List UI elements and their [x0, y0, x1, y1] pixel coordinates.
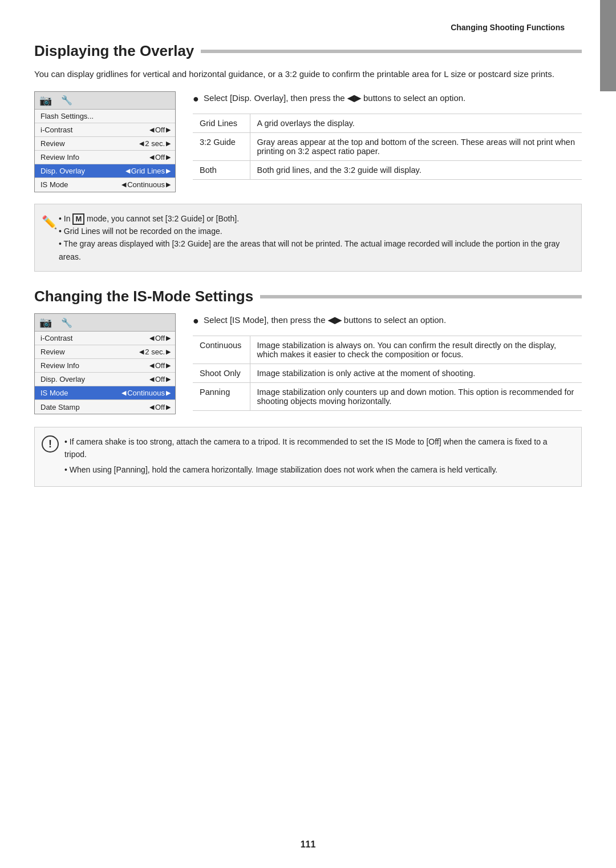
option-desc-gridlines: A grid overlays the display. [250, 114, 582, 132]
section2-content: 📷 🔧 i-Contrast ◀ Off ▶ Review ◀ 2 sec. ▶… [34, 313, 582, 414]
menu2-row-review: Review ◀ 2 sec. ▶ [35, 345, 175, 359]
option-row-both: Both Both grid lines, and the 3:2 guide … [193, 160, 582, 179]
option-row-shootonly: Shoot Only Image stabilization is only a… [193, 364, 582, 383]
option-name-panning: Panning [193, 383, 250, 411]
menu2-row-icontrast: i-Contrast ◀ Off ▶ [35, 332, 175, 345]
note-item-1: In M mode, you cannot set [3:2 Guide] or… [59, 212, 571, 225]
note-item-2: Grid Lines will not be recorded on the i… [59, 225, 571, 237]
section2-title-line [260, 295, 582, 298]
section1-content: 📷 🔧 Flash Settings... i-Contrast ◀ Off ▶… [34, 91, 582, 192]
section2-warning-box: ! If camera shake is too strong, attach … [34, 427, 582, 487]
bullet-icon2: ● [193, 315, 199, 326]
header-title: Changing Shooting Functions [451, 23, 565, 32]
menu1-row-review: Review ◀ 2 sec. ▶ [35, 137, 175, 151]
section1-title-line [201, 50, 582, 53]
option-row-gridlines: Grid Lines A grid overlays the display. [193, 114, 582, 132]
option-desc-panning: Image stabilization only counters up and… [250, 383, 582, 411]
menu2-table: 📷 🔧 i-Contrast ◀ Off ▶ Review ◀ 2 sec. ▶… [34, 313, 176, 414]
menu2-row-ismode: IS Mode ◀ Continuous ▶ [35, 386, 175, 400]
section1-note-box: ✏️ In M mode, you cannot set [3:2 Guide]… [34, 204, 582, 272]
menu2-row-reviewinfo: Review Info ◀ Off ▶ [35, 359, 175, 373]
section1-options-table: Grid Lines A grid overlays the display. … [193, 114, 582, 180]
warning-icon: ! [42, 435, 59, 453]
page: Changing Shooting Functions Displaying t… [0, 0, 616, 868]
section1-title-bar: Displaying the Overlay [34, 42, 582, 60]
section1-menu: 📷 🔧 Flash Settings... i-Contrast ◀ Off ▶… [34, 91, 176, 192]
option-desc-both: Both grid lines, and the 3:2 guide will … [250, 160, 582, 179]
menu1-row-icontrast: i-Contrast ◀ Off ▶ [35, 123, 175, 137]
menu1-row-reviewinfo: Review Info ◀ Off ▶ [35, 151, 175, 164]
camera-icon2: 📷 [39, 316, 52, 329]
warning-item-2: When using [Panning], hold the camera ho… [64, 463, 571, 476]
section2-title: Changing the IS-Mode Settings [34, 288, 253, 305]
menu1-row-disp-overlay: Disp. Overlay ◀ Grid Lines ▶ [35, 164, 175, 178]
menu2-row-datestamp: Date Stamp ◀ Off ▶ [35, 400, 175, 414]
wrench-icon: 🔧 [61, 95, 72, 106]
camera-icon: 📷 [39, 94, 52, 107]
note-item-3: The gray areas displayed with [3:2 Guide… [59, 237, 571, 263]
warning-item-1: If camera shake is too strong, attach th… [64, 435, 571, 461]
section2-option-intro: ● Select [IS Mode], then press the ◀▶ bu… [193, 313, 582, 329]
page-header: Changing Shooting Functions [34, 23, 582, 32]
option-row-32guide: 3:2 Guide Gray areas appear at the top a… [193, 132, 582, 160]
section1-option-intro: ● Select [Disp. Overlay], then press the… [193, 91, 582, 107]
option-name-32guide: 3:2 Guide [193, 132, 250, 160]
option-desc-continuous: Image stabilization is always on. You ca… [250, 336, 582, 364]
bullet-icon: ● [193, 93, 199, 104]
wrench-icon2: 🔧 [61, 317, 72, 328]
option-desc-shootonly: Image stabilization is only active at th… [250, 364, 582, 383]
right-tab [600, 0, 616, 91]
menu1-table: 📷 🔧 Flash Settings... i-Contrast ◀ Off ▶… [34, 91, 176, 192]
menu1-row-ismode: IS Mode ◀ Continuous ▶ [35, 178, 175, 192]
menu2-row-disp-overlay: Disp. Overlay ◀ Off ▶ [35, 373, 175, 386]
section1-options: ● Select [Disp. Overlay], then press the… [193, 91, 582, 192]
option-name-shootonly: Shoot Only [193, 364, 250, 383]
page-number: 111 [0, 839, 616, 850]
option-name-both: Both [193, 160, 250, 179]
menu1-header: 📷 🔧 [35, 92, 175, 110]
section2-menu: 📷 🔧 i-Contrast ◀ Off ▶ Review ◀ 2 sec. ▶… [34, 313, 176, 414]
section2-options-table: Continuous Image stabilization is always… [193, 336, 582, 411]
section2-warning-list: If camera shake is too strong, attach th… [64, 435, 571, 476]
section1-title: Displaying the Overlay [34, 42, 194, 60]
option-row-panning: Panning Image stabilization only counter… [193, 383, 582, 411]
menu2-header: 📷 🔧 [35, 314, 175, 332]
section1-intro: You can display gridlines for vertical a… [34, 68, 582, 81]
section2-title-bar: Changing the IS-Mode Settings [34, 288, 582, 305]
pencil-icon: ✏️ [42, 212, 57, 232]
section2-options: ● Select [IS Mode], then press the ◀▶ bu… [193, 313, 582, 414]
m-icon: M [72, 213, 84, 225]
option-name-continuous: Continuous [193, 336, 250, 364]
option-desc-32guide: Gray areas appear at the top and bottom … [250, 132, 582, 160]
option-row-continuous: Continuous Image stabilization is always… [193, 336, 582, 364]
section1-note-list: In M mode, you cannot set [3:2 Guide] or… [59, 212, 571, 264]
option-name-gridlines: Grid Lines [193, 114, 250, 132]
menu1-row-flash: Flash Settings... [35, 110, 175, 123]
